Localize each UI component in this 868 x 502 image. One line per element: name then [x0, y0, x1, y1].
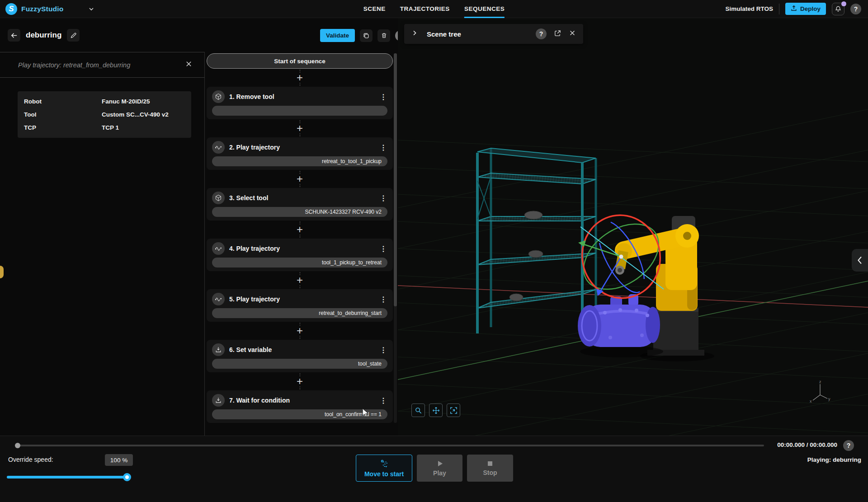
3d-scene [398, 18, 868, 436]
sequence-scrollbar[interactable] [394, 53, 397, 423]
scrollbar-thumb[interactable] [394, 53, 397, 306]
add-step-button[interactable]: + [294, 225, 305, 235]
step-menu-button[interactable]: ⋮ [379, 194, 387, 202]
rtos-status-label: Simulated RTOS [725, 5, 773, 12]
duplicate-button[interactable] [360, 29, 373, 42]
step-value-pill[interactable]: retreat_to_tool_1_pickup [212, 156, 387, 166]
expand-right-panel-tab[interactable] [852, 249, 868, 272]
row-label: TCP [24, 124, 102, 131]
axis-label-z: z [819, 380, 821, 384]
notifications-button[interactable] [832, 3, 844, 15]
zoom-select-button[interactable] [411, 403, 425, 417]
sequence-title-row: deburring [8, 29, 80, 42]
step-menu-button[interactable]: ⋮ [379, 295, 387, 304]
step-label: 3. Select tool [229, 194, 268, 202]
speed-slider-thumb[interactable] [123, 473, 131, 481]
delete-button[interactable] [377, 29, 390, 42]
step-card-remove-tool[interactable]: 1. Remove tool ⋮ [207, 87, 393, 119]
chevron-right-icon[interactable] [411, 30, 418, 38]
step-menu-button[interactable]: ⋮ [379, 396, 387, 405]
route-icon [380, 459, 389, 468]
step-label: 6. Set variable [229, 346, 272, 353]
back-button[interactable] [8, 29, 20, 42]
timeline-help-button[interactable]: ? [843, 440, 854, 451]
close-icon[interactable] [185, 60, 193, 70]
deploy-button[interactable]: Deploy [785, 3, 826, 15]
stop-icon [487, 460, 493, 467]
trajectory-panel-title: Play trajectory: retreat_from_deburring [18, 61, 185, 69]
app-brand-name: FuzzyStudio [21, 5, 63, 13]
3d-viewport[interactable]: Scene tree ? z [398, 18, 868, 436]
open-in-new-icon[interactable] [554, 29, 561, 39]
add-step-button[interactable]: + [294, 376, 305, 386]
step-menu-button[interactable]: ⋮ [379, 346, 387, 354]
step-card-wait-for-condition[interactable]: 7. Wait for condition ⋮ tool_on_confirme… [207, 390, 393, 423]
row-value: TCP 1 [102, 124, 119, 131]
sequence-name-title: deburring [26, 31, 61, 40]
step-label: 4. Play trajectory [229, 245, 280, 252]
playing-status: Playing: deburring [807, 456, 861, 463]
step-connector: + [207, 69, 393, 87]
tab-scene[interactable]: SCENE [363, 0, 386, 18]
condition-icon [212, 394, 225, 407]
add-step-button[interactable]: + [294, 326, 305, 336]
workpiece [578, 294, 663, 357]
start-of-sequence-pill[interactable]: Start of sequence [207, 53, 393, 69]
tab-sequences[interactable]: SEQUENCES [464, 0, 505, 18]
pan-button[interactable] [429, 403, 443, 417]
step-value-pill[interactable]: retreat_to_deburring_start [212, 308, 387, 318]
top-bar: S FuzzyStudio SCENE TRAJECTORIES SEQUENC… [0, 0, 868, 18]
chevron-down-icon[interactable] [88, 6, 94, 12]
step-card-play-trajectory[interactable]: 5. Play trajectory ⋮ retreat_to_deburrin… [207, 289, 393, 322]
stop-button[interactable]: Stop [467, 455, 513, 482]
tab-trajectories[interactable]: TRAJECTORIES [400, 0, 450, 18]
step-menu-button[interactable]: ⋮ [379, 244, 387, 253]
speed-slider[interactable] [7, 476, 130, 479]
step-value-pill[interactable]: tool_on_confirmed == 1 [212, 409, 387, 419]
step-card-set-variable[interactable]: 6. Set variable ⋮ tool_state [207, 340, 393, 372]
close-icon[interactable] [569, 29, 576, 38]
magnifier-icon [415, 407, 422, 414]
step-connector: + [207, 170, 393, 188]
add-step-button[interactable]: + [294, 73, 305, 83]
add-step-button[interactable]: + [294, 123, 305, 133]
step-card-play-trajectory[interactable]: 4. Play trajectory ⋮ tool_1_pickup_to_re… [207, 239, 393, 271]
step-value-pill[interactable]: tool_state [212, 359, 387, 369]
stop-label: Stop [483, 469, 497, 476]
help-button[interactable]: ? [850, 4, 861, 14]
step-value-pill[interactable] [212, 106, 387, 116]
play-label: Play [433, 469, 446, 477]
orientation-triad: z x y [808, 380, 832, 406]
axis-label-x: x [810, 399, 812, 403]
table-row: Tool Custom SC...CV-490 v2 [18, 108, 191, 121]
step-value-pill[interactable]: SCHUNK-1423327 RCV-490 v2 [212, 207, 387, 217]
step-card-play-trajectory[interactable]: 2. Play trajectory ⋮ retreat_to_tool_1_p… [207, 137, 393, 170]
step-connector: + [207, 271, 393, 289]
timeline-slider[interactable] [17, 445, 764, 446]
scene-tree-panel-header: Scene tree ? [404, 24, 583, 44]
app-brand[interactable]: S FuzzyStudio [0, 3, 94, 15]
trajectory-info-table: Robot Fanuc M-20iD/25 Tool Custom SC...C… [18, 91, 191, 138]
step-menu-button[interactable]: ⋮ [379, 93, 387, 101]
move-to-start-button[interactable]: Move to start [356, 455, 412, 482]
pane-divider [204, 52, 205, 436]
add-step-button[interactable]: + [294, 174, 305, 184]
fit-view-button[interactable] [447, 403, 460, 417]
timeline-thumb[interactable] [15, 443, 20, 448]
edit-button[interactable] [67, 29, 80, 42]
add-step-button[interactable]: + [294, 275, 305, 285]
main-area: deburring Validate ? Play trajectory: re… [0, 18, 868, 436]
mouse-cursor [362, 408, 370, 418]
validate-button[interactable]: Validate [320, 29, 355, 42]
trajectory-wave-icon [212, 141, 225, 154]
trash-icon [381, 32, 387, 39]
step-connector: + [207, 372, 393, 390]
step-connector: + [207, 221, 393, 239]
step-card-select-tool[interactable]: 3. Select tool ⋮ SCHUNK-1423327 RCV-490 … [207, 188, 393, 221]
play-button[interactable]: Play [417, 455, 462, 482]
copy-icon [363, 32, 370, 39]
step-value-pill[interactable]: tool_1_pickup_to_retreat [212, 258, 387, 267]
step-label: 2. Play trajectory [229, 144, 280, 151]
scene-tree-help-button[interactable]: ? [536, 28, 547, 39]
step-menu-button[interactable]: ⋮ [379, 143, 387, 152]
